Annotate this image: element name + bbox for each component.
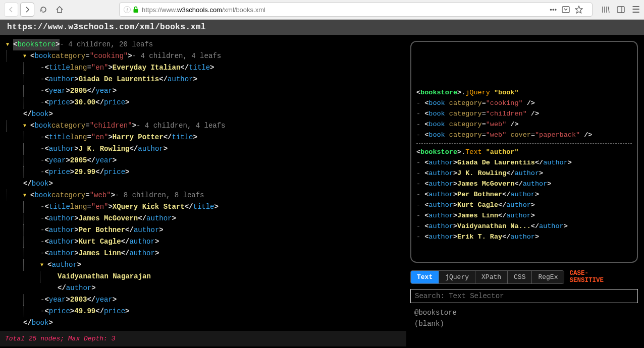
xml-tree-panel: <bookstore> - 4 children, 20 leafs <book… xyxy=(0,35,406,346)
result-row[interactable]: - <author>Vaidyanathan Na...</author> xyxy=(416,221,632,231)
tree-row[interactable]: - <author>J K. Rowling</author> xyxy=(6,143,406,155)
tree-row[interactable]: </book> xyxy=(6,178,406,190)
selector-tabs: TextjQueryXPathCSSRegEx xyxy=(410,270,564,284)
info-icon[interactable]: i xyxy=(124,6,131,13)
page-title: https://www.w3schools.com/xml/books.xml xyxy=(0,20,644,35)
tree-row[interactable]: - <author>Kurt Cagle</author> xyxy=(6,236,406,248)
toggle-icon[interactable] xyxy=(23,50,30,62)
home-button[interactable] xyxy=(52,3,67,17)
tree-row[interactable]: - <title lang="en">Harry Potter</title> xyxy=(6,132,406,143)
tab-xpath[interactable]: XPath xyxy=(475,271,508,283)
tree-row[interactable]: - <year>2005</year> xyxy=(6,155,406,166)
tree-row[interactable]: - <author>Giada De Laurentiis</author> xyxy=(6,74,406,85)
tree-row[interactable]: </book> xyxy=(6,317,406,329)
result-row[interactable]: - <author>J K. Rowling</author> xyxy=(416,168,632,179)
result-row[interactable]: - <author>James Linn</author> xyxy=(416,210,632,221)
toggle-icon[interactable] xyxy=(6,39,13,50)
svg-rect-1 xyxy=(562,7,569,13)
tree-row[interactable]: - <year>2005</year> xyxy=(6,85,406,97)
tree-row[interactable]: - <title lang="en">XQuery Kick Start</ti… xyxy=(6,201,406,213)
back-button[interactable] xyxy=(4,3,18,17)
reader-icon[interactable] xyxy=(562,6,570,13)
search-history: @bookstore(blank) xyxy=(410,307,638,329)
toggle-icon[interactable] xyxy=(23,190,30,201)
url-text: https://www.w3schools.com/xml/books.xml xyxy=(142,6,265,14)
tree-row[interactable]: </author> xyxy=(6,282,406,294)
tree-row[interactable]: <book category="cooking"> - 4 children, … xyxy=(6,50,406,62)
more-icon[interactable]: ••• xyxy=(550,6,557,14)
result-row[interactable]: - <author>Giada De Laurentiis</author> xyxy=(416,157,632,168)
tree-row[interactable]: - <title lang="en">Everyday Italian</tit… xyxy=(6,62,406,74)
result-row[interactable]: - <author>James McGovern</author> xyxy=(416,179,632,189)
result-row[interactable]: - <book category="web" /> xyxy=(416,119,632,130)
browser-toolbar: i https://www.w3schools.com/xml/books.xm… xyxy=(0,0,644,20)
reload-button[interactable] xyxy=(36,3,50,17)
menu-icon[interactable]: ☰ xyxy=(632,4,640,15)
tree-row[interactable]: Vaidyanathan Nagarajan xyxy=(6,271,406,282)
lock-icon xyxy=(133,6,139,13)
search-input[interactable] xyxy=(410,289,638,303)
tree-row[interactable]: <book category="children"> - 4 children,… xyxy=(6,120,406,132)
tab-css[interactable]: CSS xyxy=(508,271,532,283)
tree-row[interactable]: <book category="web"> - 8 children, 8 le… xyxy=(6,190,406,201)
tree-row[interactable]: <bookstore> - 4 children, 20 leafs xyxy=(6,39,406,50)
result-row[interactable]: - <author>Per Bothner</author> xyxy=(416,189,632,200)
tab-jquery[interactable]: jQuery xyxy=(439,271,475,283)
result-row[interactable]: - <book category="children" /> xyxy=(416,108,632,119)
query-header: <bookstore>.Text "author" xyxy=(416,147,632,157)
tree-row[interactable]: - <price>29.99</price> xyxy=(6,166,406,178)
result-row[interactable]: - <author>Erik T. Ray</author> xyxy=(416,231,632,242)
result-row[interactable]: - <author>Kurt Cagle</author> xyxy=(416,200,632,210)
tab-text[interactable]: Text xyxy=(411,271,439,283)
url-bar[interactable]: i https://www.w3schools.com/xml/books.xm… xyxy=(119,3,593,17)
history-item[interactable]: (blank) xyxy=(414,318,638,329)
svg-rect-0 xyxy=(134,9,138,13)
sidebar-icon[interactable] xyxy=(617,6,625,13)
history-item[interactable]: @bookstore xyxy=(414,307,638,318)
tree-row[interactable]: - <price>49.99</price> xyxy=(6,306,406,317)
tree-row[interactable]: <author> xyxy=(6,259,406,271)
toggle-icon[interactable] xyxy=(40,259,47,271)
tree-row[interactable]: - <price>30.00</price> xyxy=(6,97,406,108)
toggle-icon[interactable] xyxy=(23,120,30,132)
results-panel: <bookstore>.jQuery "book"- <book categor… xyxy=(410,41,638,263)
case-sensitive-toggle[interactable]: CASE-SENSITIVE xyxy=(569,270,604,284)
result-row[interactable]: - <book category="web" cover="paperback"… xyxy=(416,130,632,140)
tree-row[interactable]: - <year>2003</year> xyxy=(6,294,406,306)
status-bar: Total 25 nodes; Max Depth: 3 xyxy=(0,331,406,346)
tab-regex[interactable]: RegEx xyxy=(532,271,564,283)
library-icon[interactable] xyxy=(602,6,610,14)
result-row[interactable]: - <book category="cooking" /> xyxy=(416,98,632,108)
tree-row[interactable]: - <author>James Linn</author> xyxy=(6,248,406,259)
forward-button[interactable] xyxy=(20,3,34,17)
svg-rect-2 xyxy=(617,7,624,13)
tree-row[interactable]: </book> xyxy=(6,108,406,120)
star-icon[interactable] xyxy=(575,6,583,14)
query-header: <bookstore>.jQuery "book" xyxy=(416,87,632,98)
tree-row[interactable]: - <author>James McGovern</author> xyxy=(6,213,406,224)
tree-row[interactable]: - <author>Per Bothner</author> xyxy=(6,224,406,236)
